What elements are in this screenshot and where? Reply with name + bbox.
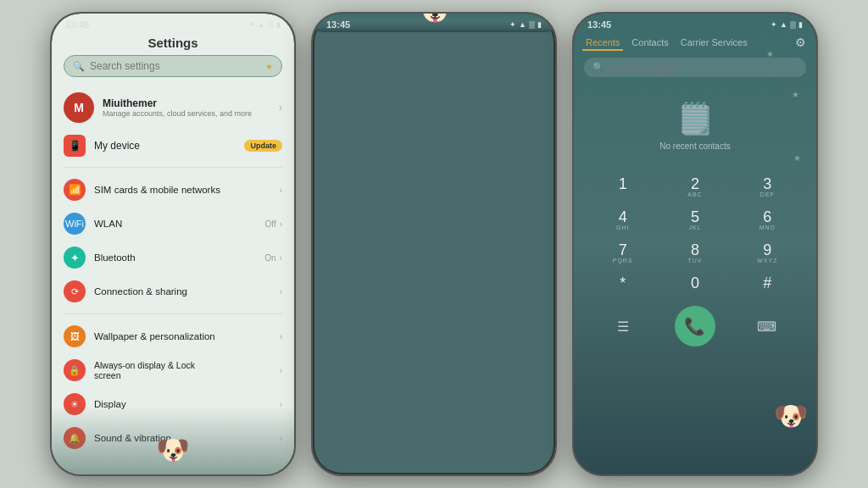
dial-num-3: 3 <box>763 176 771 191</box>
dial-key-1[interactable]: 1 <box>587 171 658 202</box>
my-device-icon: 📱 <box>64 135 86 157</box>
dial-num-7: 7 <box>619 242 627 258</box>
wlan-label: WLAN <box>94 219 257 229</box>
battery-icon-3: ▮ <box>798 20 803 29</box>
bluetooth-label: Bluetooth <box>94 252 256 263</box>
search-input[interactable] <box>90 60 260 72</box>
search-icon-3: 🔍 <box>593 62 604 73</box>
settings-item-display[interactable]: ☀ Display › <box>52 387 294 421</box>
dial-key-7[interactable]: 7 PQRS <box>587 237 658 269</box>
my-device-row[interactable]: 📱 My device Update <box>52 130 294 162</box>
dial-key-4[interactable]: 4 GHI <box>587 204 658 236</box>
dial-key-hash[interactable]: # <box>732 270 803 296</box>
divider-1 <box>64 167 282 168</box>
search-bar[interactable]: 🔍 ★ <box>64 55 282 77</box>
dialpad: 1 2 ABC 3 DEF 4 GHI 5 JKL <box>574 171 816 296</box>
dial-key-2[interactable]: 2 ABC <box>659 171 730 202</box>
avatar: M <box>64 92 94 123</box>
profile-row[interactable]: M Miuithemer Manage accounts, cloud serv… <box>52 86 294 130</box>
sim-icon: 📶 <box>64 179 86 201</box>
tab-recents[interactable]: Recents <box>582 36 623 51</box>
battery-icon-2: ▮ <box>537 20 542 29</box>
dial-sub-8: TUV <box>687 258 702 263</box>
dial-key-9[interactable]: 9 WXYZ <box>732 237 803 269</box>
dial-num-4: 4 <box>619 209 627 225</box>
settings-item-bluetooth[interactable]: ✦ Bluetooth On › <box>52 241 294 274</box>
dial-key-6[interactable]: 6 MNO <box>732 204 803 236</box>
star-icon: ★ <box>265 62 273 71</box>
tab-carrier[interactable]: Carrier Services <box>677 36 751 51</box>
settings-gear-icon[interactable]: ⚙ <box>795 36 806 49</box>
bluetooth-value: On › <box>264 253 282 263</box>
dial-key-0[interactable]: 0 <box>659 270 730 296</box>
contacts-search-bar[interactable]: 🔍 <box>584 58 806 77</box>
wallpaper-chevron: › <box>280 332 282 341</box>
phone-settings: 13:45 ✦ ▲ ||| ▮ Settings 🔍 ★ M <box>50 12 296 476</box>
status-bar-3: 13:45 ✦ ▲ ||| ▮ <box>574 14 816 32</box>
keypad-icon[interactable]: ⌨ <box>754 313 781 340</box>
dial-num-1: 1 <box>619 176 627 191</box>
call-button[interactable]: 📞 <box>675 306 715 347</box>
wifi-status-icon: ▲ <box>258 20 265 29</box>
menu-icon[interactable]: ☰ <box>609 313 637 340</box>
signal-icon-3: ||| <box>790 20 796 29</box>
status-time-2: 13:45 <box>326 19 350 30</box>
wlan-chevron: › <box>280 219 282 229</box>
settings-item-sim[interactable]: 📶 SIM cards & mobile networks › <box>52 173 294 207</box>
search-icon: 🔍 <box>73 61 85 72</box>
signal-icon-2: ||| <box>529 20 535 29</box>
wifi-icon-2: ▲ <box>519 20 526 29</box>
bluetooth-chevron: › <box>280 253 282 263</box>
dial-num-9: 9 <box>763 242 771 258</box>
status-icons-1: ✦ ▲ ||| ▮ <box>248 20 281 29</box>
status-icons-3: ✦ ▲ ||| ▮ <box>771 20 803 29</box>
settings-item-wallpaper[interactable]: 🖼 Wallpaper & personalization › <box>52 319 294 353</box>
settings-item-sound[interactable]: 🔔 Sound & vibration › <box>52 421 294 455</box>
status-time-1: 13:45 <box>65 19 89 30</box>
lock-chevron: › <box>280 366 282 375</box>
phone-dialer: 13:45 ✦ ▲ ||| ▮ ⚙ Recents Contacts Carri… <box>572 12 818 476</box>
settings-item-connection[interactable]: ⟳ Connection & sharing › <box>52 274 294 308</box>
settings-title: Settings <box>52 32 294 55</box>
status-icons-2: ✦ ▲ ||| ▮ <box>509 20 542 29</box>
settings-item-lock[interactable]: 🔒 Always-on display & Lockscreen › <box>52 353 294 387</box>
dial-key-5[interactable]: 5 JKL <box>659 204 730 236</box>
profile-sub: Manage accounts, cloud services, and mor… <box>103 109 270 118</box>
dialer-bottom-actions: ☰ 📞 ⌨ <box>574 299 816 353</box>
lock-icon: 🔒 <box>64 359 86 381</box>
update-badge[interactable]: Update <box>244 140 282 152</box>
wifi-icon-3: ▲ <box>780 20 787 29</box>
dial-key-star[interactable]: * <box>587 270 658 296</box>
dial-num-star: * <box>620 275 626 291</box>
dial-key-8[interactable]: 8 TUV <box>659 237 730 269</box>
dial-num-6: 6 <box>763 209 771 225</box>
profile-text: Miuithemer Manage accounts, cloud servic… <box>103 97 270 118</box>
battery-icon: ▮ <box>276 20 281 29</box>
dialer-tabs: Recents Contacts Carrier Services <box>574 32 816 54</box>
contacts-search-input[interactable] <box>609 63 798 73</box>
star-d3: ★ <box>793 153 801 163</box>
lock-label: Always-on display & Lockscreen <box>94 360 271 380</box>
bt-icon-2: ✦ <box>509 20 516 29</box>
dial-sub-7: PQRS <box>613 258 633 263</box>
no-contacts-area: 🗒️ No recent contacts <box>574 84 816 168</box>
folder-screen: 13:45 ✦ ▲ ||| ▮ ★ ★ ★ ★ ★ Tools <box>313 14 555 32</box>
wallpaper-label: Wallpaper & personalization <box>94 331 271 341</box>
status-time-3: 13:45 <box>587 19 611 30</box>
bluetooth-status: On <box>264 253 275 263</box>
sound-chevron: › <box>280 434 282 443</box>
status-bar-1: 13:45 ✦ ▲ ||| ▮ <box>52 14 294 32</box>
divider-2 <box>64 313 282 314</box>
connection-chevron: › <box>280 287 282 297</box>
wlan-status: Off <box>265 219 276 229</box>
sim-chevron: › <box>280 186 282 195</box>
tab-contacts[interactable]: Contacts <box>628 36 671 51</box>
dial-num-8: 8 <box>691 242 699 258</box>
sound-label: Sound & vibration <box>94 433 271 443</box>
sound-icon: 🔔 <box>64 427 86 449</box>
star-d1: ★ <box>766 49 774 58</box>
dial-key-3[interactable]: 3 DEF <box>732 171 803 202</box>
settings-item-wlan[interactable]: WiFi WLAN Off › <box>52 207 294 241</box>
phones-container: 13:45 ✦ ▲ ||| ▮ Settings 🔍 ★ M <box>0 0 868 488</box>
bluetooth-status-icon: ✦ <box>248 20 255 29</box>
